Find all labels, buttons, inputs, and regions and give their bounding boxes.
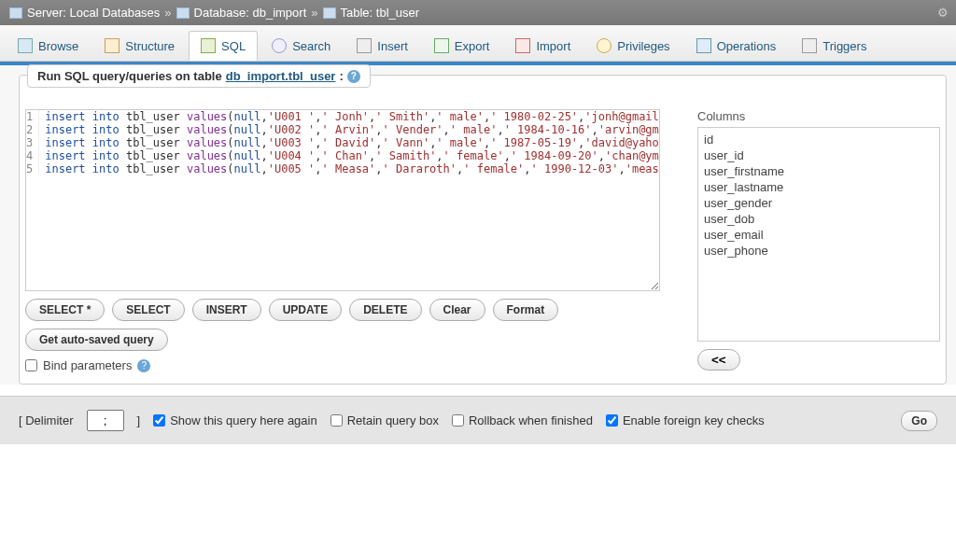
search-icon [272,38,287,53]
sql-fieldset: Run SQL query/queries on table db_import… [19,75,947,385]
insert-column-button[interactable]: << [697,349,740,371]
tab-insert[interactable]: Insert [344,31,420,61]
tab-label: Operations [717,39,777,53]
fieldset-legend: Run SQL query/queries on table db_import… [27,64,371,88]
column-option[interactable]: user_phone [702,243,935,259]
export-icon [434,38,449,53]
triggers-icon [802,38,817,53]
table-icon [323,7,336,19]
go-button[interactable]: Go [901,411,937,431]
database-icon [176,7,190,19]
show-query-again-checkbox[interactable] [153,414,165,427]
line-number: 1 [26,110,39,123]
tab-label: Search [292,39,330,53]
rollback-checkbox[interactable] [452,414,464,427]
tab-privileges[interactable]: Privileges [584,31,682,61]
rollback-label: Rollback when finished [469,413,593,427]
column-option[interactable]: user_email [702,227,935,243]
column-option[interactable]: user_id [702,147,935,163]
legend-prefix: Run SQL query/queries on table [37,69,222,83]
code-content[interactable]: insert into tbl_user values(null,'U005 '… [39,162,660,175]
breadcrumb-sep: » [311,6,317,20]
code-content[interactable]: insert into tbl_user values(null,'U001 '… [39,110,660,123]
editor-line[interactable]: 2insert into tbl_user values(null,'U002 … [26,123,659,136]
line-number: 4 [26,149,39,162]
sql-editor[interactable]: 1insert into tbl_user values(null,'U001 … [25,109,660,291]
foreign-key-checks-label: Enable foreign key checks [623,413,765,427]
legend-table-link[interactable]: db_import.tbl_user [226,69,336,83]
operations-icon [696,38,711,53]
tab-import[interactable]: Import [503,31,583,61]
breadcrumb-database[interactable]: Database: db_import [194,6,307,20]
column-option[interactable]: user_gender [702,195,935,211]
line-number: 2 [26,123,39,136]
column-option[interactable]: user_firstname [702,163,935,179]
foreign-key-checks-checkbox[interactable] [606,414,618,427]
tab-label: Export [455,39,490,53]
breadcrumb-sep: » [164,6,171,20]
editor-line[interactable]: 5insert into tbl_user values(null,'U005 … [26,162,659,175]
nav-tabs: Browse Structure SQL Search Insert Expor… [0,25,956,62]
server-icon [9,7,22,19]
editor-line[interactable]: 4insert into tbl_user values(null,'U004 … [26,149,659,162]
breadcrumb-server[interactable]: Server: Local Databases [27,6,160,20]
help-icon[interactable]: ? [347,70,360,83]
tab-label: Privileges [617,39,669,53]
columns-list[interactable]: iduser_iduser_firstnameuser_lastnameuser… [697,127,940,342]
retain-query-box-label: Retain query box [347,413,439,427]
tab-export[interactable]: Export [422,31,502,61]
delimiter-input[interactable] [87,410,124,431]
import-icon [515,38,530,53]
tab-label: Insert [377,39,408,53]
editor-line[interactable]: 3insert into tbl_user values(null,'U003 … [26,136,659,149]
tab-search[interactable]: Search [260,31,343,61]
tab-label: Triggers [822,39,866,53]
footer-bar: [ Delimiter ] Show this query here again… [0,396,956,444]
insert-icon [357,38,372,53]
code-content[interactable]: insert into tbl_user values(null,'U004 '… [39,149,660,162]
sql-icon [201,38,216,53]
breadcrumb: Server: Local Databases » Database: db_i… [0,0,956,25]
line-number: 5 [26,162,39,175]
tab-operations[interactable]: Operations [684,31,789,61]
column-option[interactable]: user_dob [702,211,935,227]
tab-browse[interactable]: Browse [6,31,91,61]
main-content: Run SQL query/queries on table db_import… [0,65,956,385]
code-content[interactable]: insert into tbl_user values(null,'U002 '… [39,123,660,136]
update-button[interactable]: UPDATE [269,299,342,321]
line-number: 3 [26,136,39,149]
tab-label: SQL [221,39,246,53]
tab-label: Import [536,39,570,53]
help-icon[interactable]: ? [137,359,150,372]
column-option[interactable]: id [702,132,935,147]
gear-icon[interactable]: ⚙ [937,6,949,20]
legend-suffix: : [339,69,343,83]
privileges-icon [597,38,612,53]
editor-line[interactable]: 1insert into tbl_user values(null,'U001 … [26,110,659,123]
retain-query-box-checkbox[interactable] [330,414,343,427]
delete-button[interactable]: DELETE [349,299,421,321]
clear-button[interactable]: Clear [429,299,485,321]
code-content[interactable]: insert into tbl_user values(null,'U003 '… [39,136,660,149]
tab-triggers[interactable]: Triggers [790,31,879,61]
structure-icon [105,38,120,53]
get-auto-saved-query-button[interactable]: Get auto-saved query [25,329,168,351]
insert-button[interactable]: INSERT [192,299,261,321]
delimiter-label-close: ] [137,413,141,427]
bind-parameters-checkbox[interactable] [25,359,37,371]
tab-label: Structure [125,39,175,53]
format-button[interactable]: Format [493,299,559,321]
show-query-again-label: Show this query here again [170,413,317,427]
select-star-button[interactable]: SELECT * [25,299,105,321]
columns-title: Columns [697,109,940,123]
browse-icon [18,38,33,53]
breadcrumb-table[interactable]: Table: tbl_user [341,6,420,20]
delimiter-label-open: [ Delimiter [19,413,74,427]
tab-sql[interactable]: SQL [189,31,258,61]
bind-parameters-label: Bind parameters [43,358,132,372]
select-button[interactable]: SELECT [112,299,184,321]
tab-structure[interactable]: Structure [92,31,187,61]
column-option[interactable]: user_lastname [702,179,935,195]
tab-label: Browse [38,39,78,53]
